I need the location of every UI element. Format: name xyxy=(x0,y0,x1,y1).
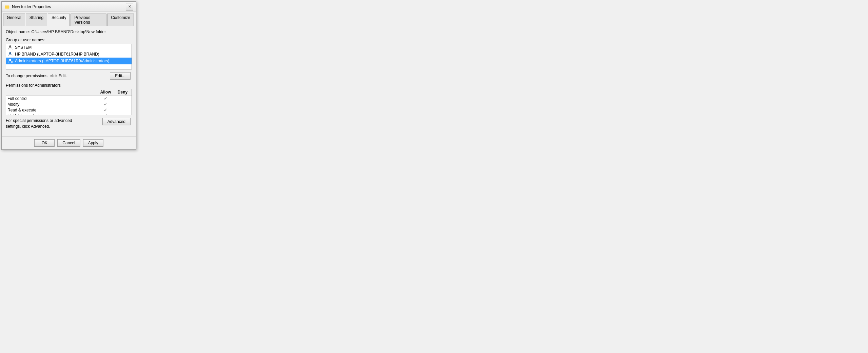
permissions-wrapper: Permissions for Administrators Allow Den… xyxy=(6,83,132,115)
svg-rect-2 xyxy=(5,6,9,8)
perm-col-name xyxy=(7,90,96,95)
advanced-row: For special permissions or advanced sett… xyxy=(6,118,132,130)
advanced-button[interactable]: Advanced xyxy=(102,118,131,125)
tab-general[interactable]: General xyxy=(3,14,25,26)
user-item-administrators[interactable]: A Administrators (LAPTOP-3HBT61R0\Admini… xyxy=(6,58,132,64)
cancel-button[interactable]: Cancel xyxy=(57,139,80,147)
apply-button[interactable]: Apply xyxy=(83,139,103,147)
user-item-system-label: SYSTEM xyxy=(15,45,32,50)
ok-button[interactable]: OK xyxy=(34,139,55,147)
content-area: Object name: C:\Users\HP BRAND\Desktop\N… xyxy=(2,26,136,136)
admin-icon: A xyxy=(7,58,13,64)
close-button[interactable]: ✕ xyxy=(126,3,133,11)
svg-point-3 xyxy=(9,45,11,47)
advanced-text: For special permissions or advanced sett… xyxy=(6,118,87,129)
object-name-row: Object name: C:\Users\HP BRAND\Desktop\N… xyxy=(6,29,132,34)
edit-label: To change permissions, click Edit. xyxy=(6,74,67,78)
window-title: New folder Properties xyxy=(12,4,51,9)
perm-row-read-execute[interactable]: Read & execute ✓ xyxy=(6,107,132,113)
tab-customize[interactable]: Customize xyxy=(107,14,134,26)
object-name-label: Object name: xyxy=(6,29,30,34)
tab-security[interactable]: Security xyxy=(48,14,70,26)
system-icon xyxy=(7,45,13,50)
folder-icon xyxy=(4,4,10,9)
perm-col-deny: Deny xyxy=(115,90,130,95)
user-item-system[interactable]: SYSTEM xyxy=(6,44,132,51)
group-label: Group or user names: xyxy=(6,38,132,42)
edit-row: To change permissions, click Edit. Edit.… xyxy=(6,72,132,80)
edit-button[interactable]: Edit... xyxy=(110,72,131,80)
object-name-value: C:\Users\HP BRAND\Desktop\New folder xyxy=(31,29,106,34)
title-bar-left: New folder Properties xyxy=(4,4,51,9)
svg-point-4 xyxy=(9,52,11,54)
user-item-hp-brand[interactable]: HP BRAND (LAPTOP-3HBT61R0\HP BRAND) xyxy=(6,51,132,58)
user-item-administrators-label: Administrators (LAPTOP-3HBT61R0\Administ… xyxy=(15,59,110,63)
permissions-title: Permissions for Administrators xyxy=(6,83,132,88)
title-bar: New folder Properties ✕ xyxy=(2,2,136,12)
dialog-window: New folder Properties ✕ General Sharing … xyxy=(1,1,136,150)
users-list-box[interactable]: SYSTEM HP BRAND (LAPTOP-3HBT61R0\HP BRAN… xyxy=(6,44,132,69)
tab-previous-versions[interactable]: Previous Versions xyxy=(71,14,106,26)
bottom-buttons: OK Cancel Apply xyxy=(2,136,136,149)
permissions-section[interactable]: Allow Deny Full control ✓ Modify ✓ Read … xyxy=(6,89,132,115)
tabs-bar: General Sharing Security Previous Versio… xyxy=(2,12,136,26)
permissions-header: Allow Deny xyxy=(6,89,132,96)
perm-row-full-control[interactable]: Full control ✓ xyxy=(6,96,132,101)
perm-col-allow: Allow xyxy=(96,90,115,95)
user-icon xyxy=(7,51,13,57)
perm-row-modify[interactable]: Modify ✓ xyxy=(6,101,132,107)
tab-sharing[interactable]: Sharing xyxy=(26,14,47,26)
perm-row-list-folder[interactable]: List folder contents ✓ xyxy=(6,113,132,115)
user-item-hp-brand-label: HP BRAND (LAPTOP-3HBT61R0\HP BRAND) xyxy=(15,52,99,57)
